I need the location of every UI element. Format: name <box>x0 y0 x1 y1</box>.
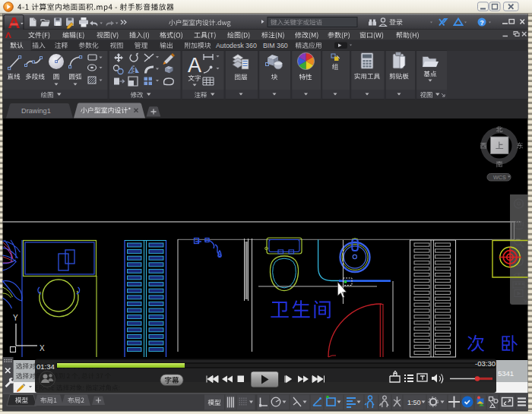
svg-text:BIM 360: BIM 360 <box>263 42 288 49</box>
svg-text:Autodesk 360: Autodesk 360 <box>216 42 257 49</box>
svg-text:5341: 5341 <box>498 369 514 378</box>
svg-text:1:50: 1:50 <box>407 399 421 406</box>
svg-text:01:34: 01:34 <box>36 362 55 371</box>
svg-text:-03:30: -03:30 <box>475 359 496 368</box>
svg-text:?: ? <box>480 19 483 27</box>
svg-text:Drawing1: Drawing1 <box>21 107 51 115</box>
svg-text:A: A <box>188 54 201 77</box>
svg-text:WCS: WCS <box>493 174 506 181</box>
svg-text:X: X <box>40 344 45 352</box>
svg-text:Y: Y <box>13 314 18 322</box>
